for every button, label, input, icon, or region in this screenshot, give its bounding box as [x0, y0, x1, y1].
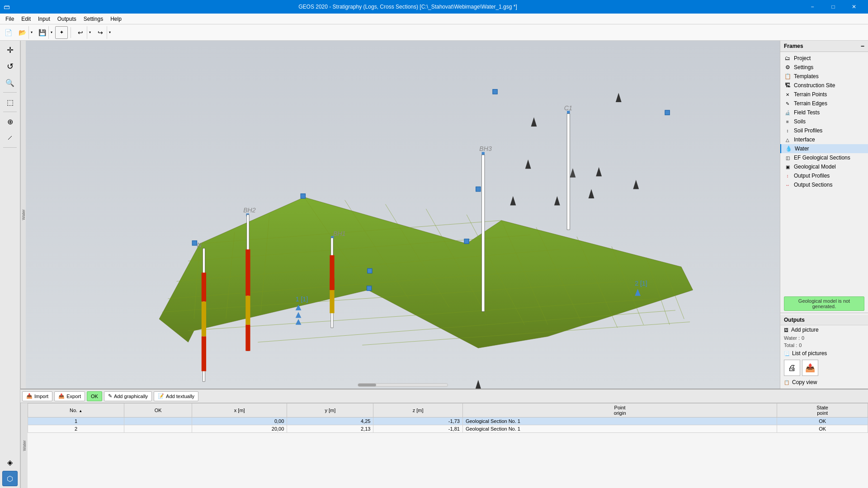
svg-rect-24 [301, 194, 305, 198]
frame-label-settings: Settings [794, 64, 813, 70]
menu-help[interactable]: Help [107, 15, 125, 23]
copy-view-icon: 📋 [784, 380, 789, 385]
viewport-scrollbar[interactable] [358, 383, 448, 387]
add-picture-button[interactable]: 🖼 Add picture [780, 325, 868, 334]
tool-move[interactable]: ✛ [2, 42, 18, 58]
new-button[interactable]: 📄 [2, 26, 14, 39]
col-ok[interactable]: OK [124, 404, 192, 418]
redo-dropdown[interactable]: ↪ ▾ [94, 26, 113, 39]
undo-dropdown[interactable]: ↩ ▾ [74, 26, 93, 39]
special-button[interactable]: ✦ [55, 26, 68, 39]
maximize-button[interactable]: □ [823, 0, 844, 14]
menu-settings[interactable]: Settings [80, 15, 107, 23]
list-pictures-label: List of pictures [792, 350, 827, 357]
viewport-3d[interactable]: BH1 BH2 [26, 41, 780, 389]
print-button[interactable]: 🖨 [784, 360, 800, 376]
water-count-row: Water : 0 [780, 334, 868, 342]
window-title: GEOS 2020 - Stratigraphy (Logs, Cross Se… [14, 4, 802, 10]
svg-rect-50 [481, 152, 484, 155]
list-of-pictures-button[interactable]: 📃 List of pictures [780, 349, 868, 358]
import-label: Import [34, 394, 48, 399]
table-row[interactable]: 2 20,00 2,13 -1,81 Geological Section No… [28, 425, 868, 433]
svg-rect-37 [330, 278, 334, 290]
export-table-icon: 📤 [58, 393, 65, 399]
cell-z: -1,81 [373, 425, 462, 433]
frames-collapse[interactable]: − [861, 42, 864, 50]
tool-select-region[interactable]: ⬚ [2, 94, 18, 110]
tool-zoom[interactable]: 🔍 [2, 75, 18, 90]
frame-label-soils: Soils [794, 118, 806, 125]
tool-add-line[interactable]: ⟋ [2, 130, 18, 145]
toolbar: 📄 📂 ▾ 💾 ▾ ✦ ↩ ▾ ↪ ▾ [0, 24, 868, 41]
water-value: 0 [802, 335, 804, 341]
outputs-header: Outputs [780, 315, 868, 325]
frames-list: 🗂 Project ⚙ Settings 📋 Templates 🏗 Const… [780, 52, 868, 295]
col-no[interactable]: No. ▲ [28, 404, 124, 418]
cell-no: 1 [28, 418, 124, 425]
redo-button[interactable]: ↪ [94, 26, 107, 39]
sort-no-icon: ▲ [79, 409, 82, 413]
export-table-label: Export [66, 394, 81, 399]
cell-no: 2 [28, 425, 124, 433]
frame-item-interface[interactable]: △ Interface [780, 135, 868, 144]
frame-item-soil-profiles[interactable]: ↕ Soil Profiles [780, 126, 868, 135]
copy-view-button[interactable]: 📋 Copy view [780, 378, 868, 387]
minimize-button[interactable]: − [802, 0, 823, 14]
tool-add-point[interactable]: ⊕ [2, 114, 18, 129]
frame-item-soils[interactable]: ≡ Soils [780, 117, 868, 126]
col-y[interactable]: y [m] [287, 404, 373, 418]
save-dropdown[interactable]: 💾 ▾ [35, 26, 54, 39]
frame-label-templates: Templates [794, 73, 819, 80]
export-button[interactable]: 📤 [802, 360, 818, 376]
save-arrow[interactable]: ▾ [48, 26, 54, 39]
menu-input[interactable]: Input [34, 15, 54, 23]
table-row[interactable]: 1 0,00 4,25 -1,73 Geological Section No.… [28, 418, 868, 425]
tool-view-3d[interactable]: ◈ [2, 455, 18, 470]
svg-rect-47 [202, 302, 206, 337]
cell-y: 4,25 [287, 418, 373, 425]
menu-file[interactable]: File [2, 15, 18, 23]
frame-item-settings[interactable]: ⚙ Settings [780, 63, 868, 72]
add-graphically-button[interactable]: ✎ Add graphically [104, 391, 152, 401]
open-arrow[interactable]: ▾ [28, 26, 34, 39]
frame-item-construction-site[interactable]: 🏗 Construction Site [780, 81, 868, 90]
frame-label-interface: Interface [794, 136, 815, 143]
frames-header: Frames − [780, 41, 868, 52]
tool-view-solid[interactable]: ⬡ [2, 471, 18, 486]
frame-item-project[interactable]: 🗂 Project [780, 54, 868, 63]
import-button[interactable]: 📥 Import [22, 391, 52, 401]
menu-edit[interactable]: Edit [18, 15, 34, 23]
frame-item-water[interactable]: 💧 Water [780, 144, 868, 153]
col-state-point[interactable]: Statepoint [777, 404, 868, 418]
close-button[interactable]: ✕ [844, 0, 864, 14]
svg-text:C1: C1 [564, 104, 572, 112]
svg-rect-41 [245, 249, 250, 296]
frame-item-geological-sections[interactable]: ◫ EF Geological Sections [780, 153, 868, 162]
undo-button[interactable]: ↩ [74, 26, 87, 39]
redo-arrow[interactable]: ▾ [107, 26, 112, 39]
scrollbar-thumb[interactable] [358, 384, 376, 386]
list-pictures-icon: 📃 [784, 351, 789, 356]
bottom-content: Water No. ▲ OK x [m] y [m] z [m] Pointor… [20, 403, 868, 488]
menu-outputs[interactable]: Outputs [54, 15, 80, 23]
frame-item-templates[interactable]: 📋 Templates [780, 72, 868, 81]
col-point-origin[interactable]: Pointorigin [462, 404, 777, 418]
frame-item-field-tests[interactable]: 🔬 Field Tests [780, 108, 868, 117]
open-dropdown[interactable]: 📂 ▾ [15, 26, 34, 39]
frame-item-terrain-edges[interactable]: ✎ Terrain Edges [780, 99, 868, 108]
add-textually-button[interactable]: 📝 Add textually [154, 391, 198, 401]
undo-arrow[interactable]: ▾ [87, 26, 92, 39]
col-z[interactable]: z [m] [373, 404, 462, 418]
frame-item-output-sections[interactable]: ↔ Output Sections [780, 180, 868, 189]
export-table-button[interactable]: 📤 Export [54, 391, 85, 401]
tool-rotate[interactable]: ↺ [2, 59, 18, 74]
frame-item-output-profiles[interactable]: ↕ Output Profiles [780, 171, 868, 180]
open-button[interactable]: 📂 [16, 26, 28, 39]
outputs-section: Outputs 🖼 Add picture Water : 0 Total : … [780, 313, 868, 389]
col-x[interactable]: x [m] [192, 404, 287, 418]
save-button[interactable]: 💾 [36, 26, 48, 39]
data-table-container[interactable]: No. ▲ OK x [m] y [m] z [m] Pointorigin S… [28, 403, 868, 488]
frame-item-terrain-points[interactable]: ✕ Terrain Points [780, 90, 868, 99]
svg-text:BH1: BH1 [333, 230, 345, 237]
frame-item-geological-model[interactable]: ▣ Geological Model [780, 162, 868, 171]
